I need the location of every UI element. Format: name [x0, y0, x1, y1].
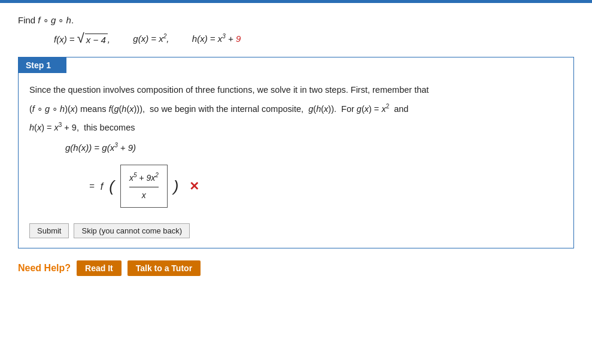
big-paren-close: )	[174, 178, 179, 194]
read-it-button[interactable]: Read It	[77, 260, 122, 276]
fraction-numerator: x5 + 9x2	[129, 170, 159, 187]
step1-box: Step 1 Since the question involves compo…	[18, 57, 574, 248]
big-paren-open: (	[109, 178, 114, 194]
fx-definition: f(x) = √ x − 4 ,	[54, 32, 110, 45]
step1-paragraph1: Since the question involves composition …	[29, 83, 563, 98]
need-help-label: Need Help?	[18, 263, 71, 274]
gx-definition: g(x) = x2,	[128, 33, 169, 44]
step1-content: Since the question involves composition …	[19, 73, 573, 248]
equals-sign: =	[89, 178, 95, 194]
equals-line: = f ( x5 + 9x2 x ) ✕	[89, 160, 563, 213]
fraction-denominator: x	[142, 187, 146, 203]
delete-icon[interactable]: ✕	[189, 176, 199, 196]
hx-definition: h(x) = x3 + 9	[187, 33, 241, 44]
step1-paragraph2: (f ∘ g ∘ h)(x) means f(g(h(x))), so we b…	[29, 101, 563, 116]
page-content: Find f ∘ g ∘ h. f(x) = √ x − 4 , g(x) = …	[0, 3, 592, 288]
need-help-row: Need Help? Read It Talk to a Tutor	[18, 260, 574, 276]
problem-instruction: Find f ∘ g ∘ h.	[18, 15, 574, 26]
f-open: f	[101, 178, 103, 195]
step1-paragraph3: h(x) = x3 + 9, this becomes	[29, 120, 563, 135]
fraction-box: x5 + 9x2 x	[120, 165, 168, 208]
button-row: Submit Skip (you cannot come back)	[29, 223, 563, 238]
talk-tutor-button[interactable]: Talk to a Tutor	[127, 260, 201, 276]
fraction: x5 + 9x2 x	[129, 170, 159, 202]
skip-button[interactable]: Skip (you cannot come back)	[74, 223, 190, 238]
math-line-1: g(h(x)) = g(x3 + 9)	[65, 140, 563, 156]
submit-button[interactable]: Submit	[29, 223, 69, 238]
problem-functions: f(x) = √ x − 4 , g(x) = x2, h(x) = x3 + …	[54, 32, 574, 45]
step1-header: Step 1	[19, 57, 66, 73]
